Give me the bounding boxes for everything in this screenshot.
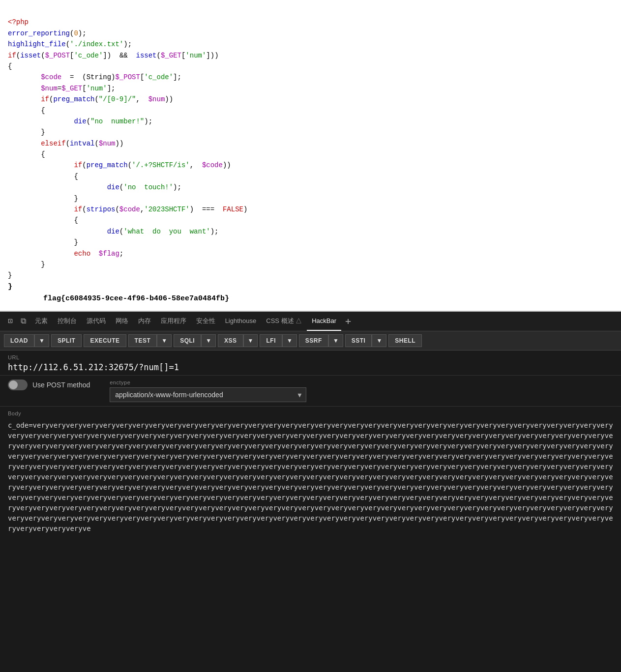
url-label: URL	[8, 354, 613, 360]
devtools-icon-2[interactable]: ⧉	[17, 312, 30, 331]
post-toggle-area: Use POST method	[8, 380, 90, 390]
ssti-button[interactable]: SSTI	[345, 334, 372, 347]
devtools-tab-bar: ⊡ ⧉ 元素 控制台 源代码 网络 内存 应用程序 安全性 Lighthouse…	[0, 312, 621, 331]
post-section: Use POST method enctype application/x-ww…	[0, 376, 621, 407]
lfi-button[interactable]: LFI	[260, 334, 282, 347]
tab-security[interactable]: 安全性	[191, 312, 220, 331]
devtools-icon-1[interactable]: ⊡	[4, 312, 17, 331]
ssti-dropdown[interactable]: ▼	[372, 334, 386, 347]
tab-css-overview[interactable]: CSS 概述 △	[261, 312, 307, 331]
body-section: Body c_ode=veryveryveryveryveryveryveryv…	[0, 407, 621, 556]
devtools-bottom-panel: ⊡ ⧉ 元素 控制台 源代码 网络 内存 应用程序 安全性 Lighthouse…	[0, 312, 621, 672]
enctype-select[interactable]: application/x-www-form-urlencoded	[110, 387, 306, 402]
tab-add[interactable]: +	[341, 312, 355, 331]
split-button[interactable]: SPLIT	[51, 334, 82, 347]
url-value[interactable]: http://112.6.51.212:32675/?num[]=1	[8, 362, 613, 372]
post-toggle-label: Use POST method	[32, 381, 90, 389]
lfi-btn-group: LFI ▼	[260, 334, 296, 347]
test-dropdown[interactable]: ▼	[157, 334, 172, 347]
tab-network[interactable]: 网络	[111, 312, 133, 331]
load-dropdown[interactable]: ▼	[34, 334, 49, 347]
load-button[interactable]: LOAD	[4, 334, 34, 347]
load-btn-group: LOAD ▼	[4, 334, 49, 347]
tab-elements[interactable]: 元素	[30, 312, 53, 331]
post-toggle-switch[interactable]	[8, 380, 28, 390]
test-button[interactable]: TEST	[128, 334, 157, 347]
ssrf-button[interactable]: SSRF	[299, 334, 328, 347]
xss-dropdown[interactable]: ▼	[243, 334, 258, 347]
tab-memory[interactable]: 内存	[133, 312, 156, 331]
ssrf-btn-group: SSRF ▼	[299, 334, 343, 347]
execute-button[interactable]: EXECUTE	[84, 334, 126, 347]
tab-application[interactable]: 应用程序	[156, 312, 191, 331]
hackbar-toolbar: LOAD ▼ SPLIT EXECUTE TEST ▼ SQLI ▼ XSS ▼…	[0, 331, 621, 351]
enctype-area: enctype application/x-www-form-urlencode…	[110, 380, 613, 402]
ssti-btn-group: SSTI ▼	[345, 334, 387, 347]
enctype-label: enctype	[110, 380, 613, 385]
enctype-wrapper: application/x-www-form-urlencoded ▼	[110, 387, 306, 402]
url-section: URL http://112.6.51.212:32675/?num[]=1	[0, 351, 621, 376]
tab-lighthouse[interactable]: Lighthouse	[220, 312, 262, 331]
lfi-dropdown[interactable]: ▼	[282, 334, 297, 347]
sqli-btn-group: SQLI ▼	[174, 334, 216, 347]
tab-sources[interactable]: 源代码	[82, 312, 111, 331]
tab-console[interactable]: 控制台	[53, 312, 82, 331]
toggle-knob	[9, 380, 18, 389]
test-btn-group: TEST ▼	[128, 334, 172, 347]
shell-button[interactable]: SHELL	[388, 334, 422, 347]
xss-btn-group: XSS ▼	[218, 334, 258, 347]
code-panel: <?php error_reporting(0); highlight_file…	[0, 0, 621, 312]
body-content[interactable]: c_ode=veryveryveryveryveryveryveryveryve…	[0, 418, 621, 556]
xss-button[interactable]: XSS	[218, 334, 243, 347]
sqli-dropdown[interactable]: ▼	[201, 334, 216, 347]
tab-hackbar[interactable]: HackBar	[307, 312, 341, 331]
sqli-button[interactable]: SQLI	[174, 334, 201, 347]
body-label: Body	[0, 410, 621, 418]
ssrf-dropdown[interactable]: ▼	[328, 334, 343, 347]
